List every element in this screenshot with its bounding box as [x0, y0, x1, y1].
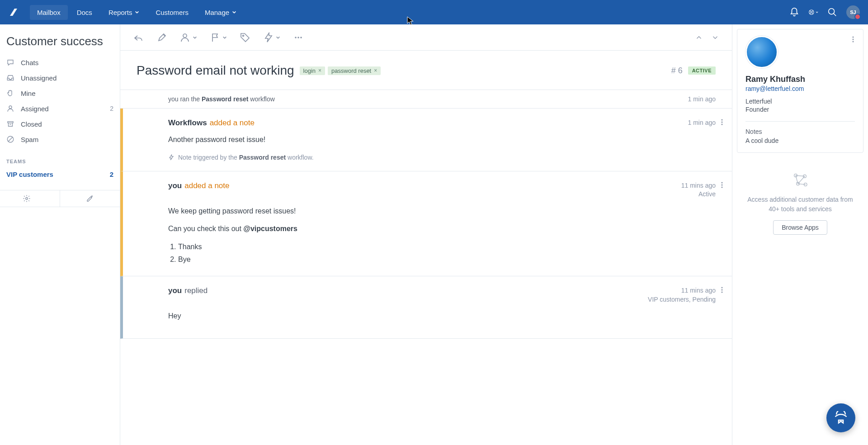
search-icon[interactable] — [827, 7, 837, 17]
reply-status: VIP customers, Pending — [648, 295, 716, 304]
tag-password-reset[interactable]: password reset× — [328, 66, 381, 75]
note-status: Active — [681, 190, 716, 199]
workflow-event: you ran the Password reset workflow 1 mi… — [120, 90, 732, 109]
note-action: added a note — [210, 118, 255, 128]
thread-item-menu[interactable] — [718, 286, 726, 295]
conversation-toolbar — [120, 24, 732, 51]
nav-reports[interactable]: Reports — [101, 5, 147, 20]
note-body: We keep getting password reset issues! C… — [168, 205, 716, 265]
top-nav-bar: Mailbox Docs Reports Customers Manage SJ — [0, 0, 868, 24]
note-body: Another password reset issue! — [168, 134, 716, 146]
prev-conversation-button[interactable] — [695, 33, 703, 42]
customer-avatar[interactable] — [745, 36, 778, 68]
customer-profile-card: Ramy Khuffash ramy@letterfuel.com Letter… — [737, 29, 863, 153]
help-icon[interactable] — [808, 7, 818, 17]
thread-item-menu[interactable] — [718, 118, 726, 127]
conversation-thread: you ran the Password reset workflow 1 mi… — [120, 90, 732, 445]
workflow-button[interactable] — [263, 32, 280, 43]
thread-item-menu[interactable] — [718, 181, 726, 190]
reply-you: you replied 11 mins ago VIP customers, P… — [120, 276, 732, 339]
note-author: Workflows — [168, 118, 207, 128]
reply-author: you — [168, 286, 182, 295]
reply-body: Hey — [168, 310, 716, 322]
apps-section: Access additional customer data from 40+… — [732, 171, 868, 235]
assign-button[interactable] — [180, 32, 197, 43]
note-time: 1 min ago — [688, 118, 716, 128]
helpscout-logo[interactable] — [8, 7, 19, 18]
lightning-icon — [168, 154, 175, 161]
nav-mailbox[interactable]: Mailbox — [30, 5, 68, 20]
remove-tag-icon[interactable]: × — [318, 67, 321, 74]
svg-point-17 — [722, 186, 723, 188]
browse-apps-button[interactable]: Browse Apps — [773, 220, 827, 235]
folder-mine[interactable]: Mine — [0, 85, 120, 101]
team-count: 2 — [110, 170, 113, 178]
next-conversation-button[interactable] — [711, 33, 719, 42]
folder-spam[interactable]: Spam — [0, 132, 120, 147]
svg-point-1 — [811, 11, 812, 13]
topbar-actions: SJ — [789, 5, 860, 19]
nav-customers[interactable]: Customers — [148, 5, 196, 20]
event-text: you ran the Password reset workflow — [168, 95, 275, 103]
note-time: 11 mins ago — [681, 181, 716, 190]
chevron-down-icon — [193, 35, 197, 40]
folder-assigned[interactable]: Assigned 2 — [0, 101, 120, 116]
svg-point-22 — [853, 39, 854, 40]
mention-vipcustomers[interactable]: @vipcustomers — [243, 225, 297, 232]
sidebar-settings-button[interactable] — [0, 190, 60, 207]
lightning-icon — [263, 32, 274, 43]
remove-tag-icon[interactable]: × — [374, 67, 377, 74]
customer-name: Ramy Khuffash — [745, 75, 855, 84]
note-you: you added a note 11 mins ago Active We k… — [120, 171, 732, 277]
svg-point-13 — [722, 122, 723, 123]
inbox-icon — [6, 74, 14, 82]
tag-login[interactable]: login× — [300, 66, 325, 75]
tag-button[interactable] — [240, 32, 250, 43]
profile-menu[interactable] — [849, 36, 857, 44]
status-button[interactable] — [210, 32, 227, 43]
svg-point-23 — [853, 41, 854, 43]
dots-icon — [293, 32, 304, 43]
workflow-trigger-info: Note triggered by the Password reset wor… — [168, 154, 716, 161]
user-avatar[interactable]: SJ — [846, 5, 860, 19]
team-vip-customers[interactable]: VIP customers 2 — [0, 167, 120, 182]
chevron-down-icon — [222, 35, 227, 40]
svg-point-21 — [853, 37, 854, 38]
svg-point-14 — [722, 124, 723, 125]
tag-icon — [240, 32, 250, 43]
compose-icon — [86, 194, 94, 203]
reply-icon — [133, 32, 144, 43]
customer-company: Letterfuel — [745, 98, 855, 105]
svg-point-3 — [9, 106, 12, 109]
teams-heading: TEAMS — [0, 155, 120, 167]
folder-unassigned[interactable]: Unassigned — [0, 70, 120, 85]
svg-point-8 — [243, 35, 244, 36]
sidebar: Customer success Chats Unassigned Mine A… — [0, 24, 120, 445]
new-conversation-button[interactable] — [60, 190, 120, 207]
svg-point-6 — [26, 198, 28, 200]
apps-integration-icon — [791, 171, 809, 190]
customer-email[interactable]: ramy@letterfuel.com — [745, 85, 855, 92]
user-icon — [6, 104, 14, 113]
folder-chats[interactable]: Chats — [0, 55, 120, 70]
svg-point-19 — [722, 289, 723, 291]
notifications-icon[interactable] — [789, 7, 799, 17]
hand-icon — [6, 89, 14, 97]
reply-action: replied — [184, 286, 208, 295]
nav-manage[interactable]: Manage — [198, 5, 244, 20]
note-button[interactable] — [156, 32, 167, 43]
more-button[interactable] — [293, 32, 304, 43]
svg-point-2 — [829, 9, 835, 14]
conversation-panel: Password email not working login× passwo… — [120, 24, 732, 445]
event-time: 1 min ago — [688, 95, 716, 103]
folder-closed[interactable]: Closed — [0, 116, 120, 132]
beacon-fab[interactable] — [826, 403, 855, 432]
chevron-up-icon — [695, 33, 703, 42]
reply-button[interactable] — [133, 32, 144, 43]
customer-title: Founder — [745, 106, 855, 113]
svg-point-16 — [722, 184, 723, 185]
note-icon — [156, 32, 167, 43]
conversation-subject: Password email not working — [137, 63, 294, 78]
note-author: you — [168, 181, 182, 190]
nav-docs[interactable]: Docs — [70, 5, 99, 20]
